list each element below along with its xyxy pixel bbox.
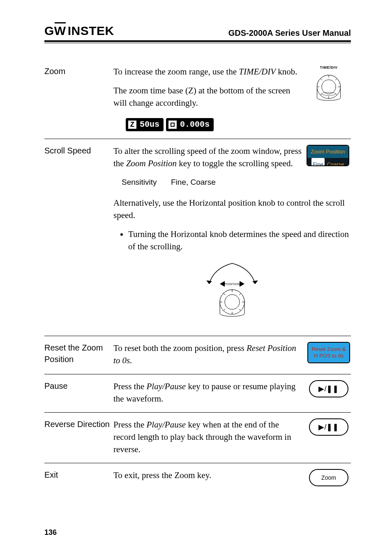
manual-title: GDS-2000A Series User Manual bbox=[228, 28, 351, 38]
section-desc: To increase the zoom range, use the TIME… bbox=[113, 65, 307, 131]
section-label: Scroll Speed bbox=[44, 145, 113, 156]
section-label: Zoom bbox=[44, 65, 113, 77]
play-pause-icon: ▶/❚❚ bbox=[318, 384, 339, 393]
exit-p1: To exit, press the Zoom key. bbox=[113, 469, 302, 481]
sensitivity-label: Sensitivity bbox=[122, 176, 171, 188]
section-desc: To alter the scrolling speed of the zoom… bbox=[113, 145, 351, 328]
pause-p1: Press the Play/Pause key to pause or res… bbox=[113, 380, 302, 405]
z-value: 50us bbox=[139, 118, 164, 131]
scroll-p2: Alternatively, use the Horizontal positi… bbox=[113, 197, 351, 221]
section-label: Reset the Zoom Position bbox=[44, 342, 113, 365]
section-label: Exit bbox=[44, 469, 113, 481]
section-reverse: Reverse Direction Press the Play/Pause k… bbox=[44, 413, 351, 463]
position-label: POSITION bbox=[224, 282, 240, 286]
zoom-button-label: Zoom bbox=[321, 474, 336, 481]
section-pause: Pause Press the Play/Pause key to pause … bbox=[44, 374, 351, 412]
zoom-button[interactable]: Zoom bbox=[309, 469, 348, 486]
h-value: 0.000s bbox=[179, 118, 214, 131]
z-icon: Z bbox=[127, 119, 138, 130]
zoom-position-softkey[interactable]: Zoom Position Fine Coarse bbox=[307, 145, 349, 166]
section-desc: To reset both the zoom position, press R… bbox=[113, 342, 307, 367]
section-label: Reverse Direction bbox=[44, 418, 113, 430]
zoom-p2: The zoom time base (Z) at the bottom of … bbox=[113, 84, 302, 109]
section-reset-zoom: Reset the Zoom Position To reset both th… bbox=[44, 336, 351, 374]
scroll-li1: Turning the Horizontal knob determines t… bbox=[128, 228, 351, 253]
page-header: GWINSTEK GDS-2000A Series User Manual bbox=[44, 24, 351, 38]
brand-logo: GWINSTEK bbox=[44, 24, 114, 38]
sensitivity-row: Sensitivity Fine, Coarse bbox=[122, 176, 302, 188]
section-scroll-speed: Scroll Speed To alter the scrolling spee… bbox=[44, 139, 351, 336]
header-rule-heavy bbox=[44, 40, 351, 42]
z-chip: Z 50us bbox=[126, 118, 164, 131]
section-label: Pause bbox=[44, 380, 113, 392]
reverse-p1: Press the Play/Pause key when at the end… bbox=[113, 418, 302, 455]
softkey-bottom: Fine Coarse bbox=[307, 158, 348, 166]
time-div-knob: TIME/DIV bbox=[313, 65, 344, 102]
reset-p1: To reset both the zoom position, press R… bbox=[113, 342, 302, 367]
h-chip: 0.000s bbox=[166, 118, 214, 131]
page: GWINSTEK GDS-2000A Series User Manual Zo… bbox=[0, 0, 392, 555]
sensitivity-value: Fine, Coarse bbox=[171, 176, 216, 188]
section-desc: Press the Play/Pause key to pause or res… bbox=[113, 380, 307, 405]
knob-icon bbox=[313, 71, 344, 102]
zoom-badge-col: TIME/DIV bbox=[307, 65, 351, 102]
reset-zoom-softkey[interactable]: Reset Zoom & H POS to 0s bbox=[307, 342, 350, 363]
knob-label: TIME/DIV bbox=[320, 65, 337, 70]
softkey-coarse: Coarse bbox=[327, 158, 344, 166]
play-pause-button[interactable]: ▶/❚❚ bbox=[309, 380, 348, 397]
svg-marker-12 bbox=[207, 281, 212, 284]
svg-point-10 bbox=[322, 80, 336, 94]
reverse-badge-col: ▶/❚❚ bbox=[307, 418, 351, 436]
section-zoom: Zoom To increase the zoom range, use the… bbox=[44, 60, 351, 139]
softkey-top: Zoom Position bbox=[307, 146, 348, 158]
section-desc: To exit, press the Zoom key. bbox=[113, 469, 307, 481]
softkey-fine: Fine bbox=[311, 158, 324, 166]
exit-badge-col: Zoom bbox=[307, 469, 351, 486]
section-desc: Press the Play/Pause key when at the end… bbox=[113, 418, 307, 455]
softkey-line2: H POS to 0s bbox=[314, 353, 344, 359]
section-exit: Exit To exit, press the Zoom key. Zoom bbox=[44, 463, 351, 494]
h-icon bbox=[167, 119, 178, 130]
softkey-line1: Reset Zoom & bbox=[311, 346, 346, 353]
scroll-list: Turning the Horizontal knob determines t… bbox=[113, 228, 351, 253]
header-rule-thin bbox=[44, 43, 351, 43]
play-pause-icon: ▶/❚❚ bbox=[318, 423, 339, 432]
pause-badge-col: ▶/❚❚ bbox=[307, 380, 351, 397]
scroll-p1: To alter the scrolling speed of the zoom… bbox=[113, 145, 302, 170]
svg-point-26 bbox=[225, 295, 240, 309]
svg-marker-15 bbox=[240, 281, 244, 287]
reset-badge-col: Reset Zoom & H POS to 0s bbox=[307, 342, 351, 363]
play-pause-button[interactable]: ▶/❚❚ bbox=[309, 418, 348, 436]
position-knob-diagram: POSITION bbox=[113, 261, 351, 323]
zoom-p1: To increase the zoom range, use the TIME… bbox=[113, 65, 302, 78]
svg-marker-13 bbox=[253, 281, 258, 284]
zoom-readout: Z 50us 0.000s bbox=[126, 118, 214, 131]
page-number: 136 bbox=[44, 528, 57, 537]
